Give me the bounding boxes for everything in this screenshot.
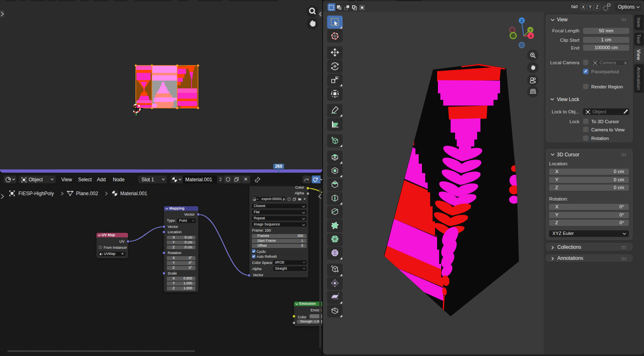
svg-text:Y: Y (529, 28, 532, 32)
svg-text:X: X (530, 34, 532, 38)
svg-text:Z: Z (521, 18, 523, 23)
